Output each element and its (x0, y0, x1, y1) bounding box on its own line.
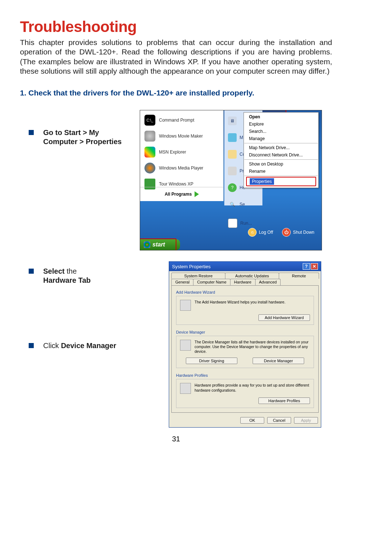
step1-row: Go to Start > My Computer > Properties C… (20, 110, 332, 250)
wmp-icon (144, 163, 155, 174)
ok-button[interactable]: OK (240, 417, 264, 424)
addhardware-desc: The Add Hardware Wizard helps you instal… (195, 300, 285, 311)
bullet-click-device-manager: Click Device Manager (43, 341, 116, 350)
menu-item-movie-maker[interactable]: Windows Movie Maker (140, 128, 223, 144)
hardwareprofiles-icon (180, 383, 191, 394)
driver-signing-button[interactable]: Driver Signing (186, 358, 237, 364)
network-icon (228, 133, 237, 142)
context-disconnect-network[interactable]: Disconnect Network Drive... (244, 151, 318, 159)
bullet-goto: Go to Start > My Computer > Properties (43, 128, 123, 146)
start-menu-footer: ⎋ Log Off ⏻ Shut Down (140, 225, 322, 239)
bullet-marker-icon (29, 130, 34, 135)
close-button[interactable]: ✕ (311, 263, 318, 270)
context-show-desktop[interactable]: Show on Desktop (244, 160, 318, 168)
add-hardware-wizard-button[interactable]: Add Hardware Wizard (258, 314, 310, 321)
dialog-footer: OK Cancel Apply (169, 415, 321, 427)
cmd-icon: C:\_ (144, 115, 155, 126)
group-title-hardware-profiles: Hardware Profiles (176, 373, 314, 378)
context-manage[interactable]: Manage (244, 135, 318, 142)
tab-system-restore[interactable]: System Restore (171, 273, 225, 279)
context-explore[interactable]: Explore (244, 121, 318, 128)
logoff-button[interactable]: ⎋ Log Off (248, 228, 273, 237)
tabs-row: System Restore Automatic Updates Remote … (169, 271, 321, 285)
menu-item-command-prompt[interactable]: C:\_ Command Prompt (140, 112, 223, 128)
tab-remote[interactable]: Remote (279, 273, 319, 279)
context-properties[interactable]: Properties (246, 177, 316, 186)
tab-hardware[interactable]: Hardware (230, 279, 256, 285)
msn-icon (144, 147, 155, 158)
separator-icon (244, 143, 318, 143)
help-button[interactable]: ? (303, 263, 310, 270)
controlpanel-icon (228, 150, 237, 159)
start-button[interactable]: start (140, 239, 180, 250)
menu-item-search[interactable]: 🔍 Se (224, 196, 262, 213)
shutdown-icon: ⏻ (282, 228, 291, 237)
addhardware-icon (180, 300, 191, 311)
menu-item-msn-explorer[interactable]: MSN Explorer (140, 144, 223, 160)
printer-icon (228, 167, 237, 175)
tab-general[interactable]: General (171, 279, 193, 285)
highlight-start-button (140, 238, 176, 250)
search-icon: 🔍 (228, 200, 237, 209)
device-manager-button[interactable]: Device Manager (253, 358, 304, 364)
step-title: 1. Check that the drivers for the DWL-12… (20, 89, 332, 97)
movie-icon (144, 131, 155, 142)
step2-row: Select the Hardware Tab Click Device Man… (20, 261, 332, 428)
bullet-select-hardware: Select the Hardware Tab (43, 267, 91, 285)
hardwareprofiles-desc: Hardware profiles provide a way for you … (195, 383, 310, 394)
logoff-icon: ⎋ (248, 228, 257, 237)
bullet-marker-icon (29, 343, 34, 348)
intro-text: This chapter provides solutions to probl… (20, 38, 332, 76)
separator-icon (244, 159, 318, 160)
context-map-network[interactable]: Map Network Drive... (244, 144, 318, 151)
tab-computer-name[interactable]: Computer Name (193, 279, 230, 285)
group-title-add-hardware: Add Hardware Wizard (176, 290, 314, 294)
cancel-button[interactable]: Cancel (267, 417, 291, 424)
tab-automatic-updates[interactable]: Automatic Updates (225, 273, 279, 279)
screenshot-system-properties: System Properties ? ✕ System Restore Aut… (169, 261, 321, 428)
separator-icon (244, 176, 318, 176)
tab-advanced[interactable]: Advanced (255, 279, 281, 285)
shutdown-button[interactable]: ⏻ Shut Down (282, 228, 314, 237)
pc-icon: 🖥 (228, 117, 237, 125)
apply-button[interactable]: Apply (294, 417, 318, 424)
page-number: 31 (20, 435, 332, 443)
devicemanager-icon (180, 340, 191, 351)
page-heading: Troubleshooting (20, 18, 332, 36)
bullet-marker-icon (29, 269, 34, 274)
context-menu-my-computer: Open Explore Search... Manage Map Networ… (244, 112, 319, 188)
step2-bullets: Select the Hardware Tab Click Device Man… (20, 261, 140, 350)
help-icon: ? (228, 183, 237, 192)
menu-item-media-player[interactable]: Windows Media Player (140, 160, 223, 176)
tab-body: Add Hardware Wizard The Add Hardware Wiz… (171, 285, 319, 413)
devicemanager-desc: The Device Manager lists all the hardwar… (195, 340, 310, 354)
window-titlebar: System Properties ? ✕ (169, 262, 321, 271)
start-menu-left-pane: C:\_ Command Prompt Windows Movie Maker … (140, 110, 224, 201)
context-search[interactable]: Search... (244, 128, 318, 135)
allprograms-arrow-icon (195, 191, 199, 197)
window-title: System Properties (172, 264, 211, 269)
hardware-profiles-button[interactable]: Hardware Profiles (258, 397, 310, 404)
screenshot-start-menu: C:\_ Command Prompt Windows Movie Maker … (140, 110, 322, 250)
context-rename[interactable]: Rename (244, 168, 318, 175)
context-open[interactable]: Open (244, 113, 318, 121)
menu-all-programs[interactable]: All Programs (140, 187, 224, 201)
group-title-device-manager: Device Manager (176, 330, 314, 334)
step1-bullets: Go to Start > My Computer > Properties (20, 110, 140, 146)
